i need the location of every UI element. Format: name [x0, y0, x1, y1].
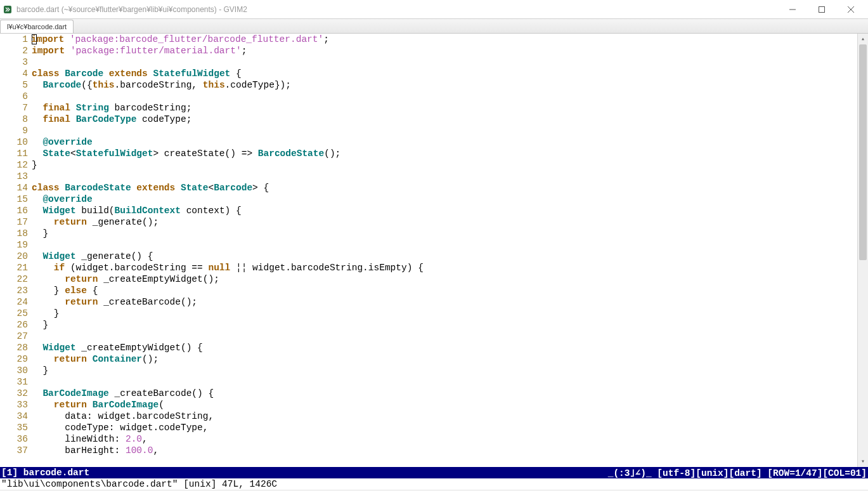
code-line[interactable]: Widget _createEmptyWidget() {: [32, 342, 868, 353]
line-number: 27: [0, 331, 28, 342]
line-number: 15: [0, 194, 28, 205]
scroll-down-icon[interactable]: ▾: [858, 456, 868, 467]
tab-label: l¥u¥c¥barcode.dart: [7, 23, 67, 30]
line-number: 1: [0, 34, 28, 45]
code-line[interactable]: }: [32, 308, 868, 319]
code-line[interactable]: }: [32, 159, 868, 171]
line-number: 16: [0, 205, 28, 216]
window-title: barcode.dart (~¥source¥flutter¥bargen¥li…: [16, 5, 778, 14]
app-icon: [3, 4, 13, 15]
line-number: 35: [0, 422, 28, 433]
code-line[interactable]: return Container();: [32, 353, 868, 365]
line-number: 26: [0, 319, 28, 331]
line-number: 18: [0, 228, 28, 239]
code-line[interactable]: import 'package:flutter/material.dart';: [32, 45, 868, 56]
code-line[interactable]: [32, 56, 868, 68]
line-number: 22: [0, 273, 28, 285]
titlebar: barcode.dart (~¥source¥flutter¥bargen¥li…: [0, 0, 868, 19]
code-line[interactable]: [32, 376, 868, 388]
line-number: 33: [0, 399, 28, 411]
line-number: 4: [0, 68, 28, 79]
code-line[interactable]: class BarcodeState extends State<Barcode…: [32, 182, 868, 194]
bottom-border: [0, 490, 868, 493]
code-line[interactable]: import 'package:barcode_flutter/barcode_…: [32, 34, 868, 45]
line-number: 3: [0, 56, 28, 68]
line-number: 2: [0, 45, 28, 56]
line-number: 8: [0, 114, 28, 125]
line-number: 31: [0, 376, 28, 388]
line-number: 34: [0, 411, 28, 422]
code-line[interactable]: } else {: [32, 285, 868, 296]
window-controls: [778, 0, 865, 19]
line-number: 25: [0, 308, 28, 319]
code-line[interactable]: @override: [32, 194, 868, 205]
code-line[interactable]: return BarCodeImage(: [32, 399, 868, 411]
code-line[interactable]: class Barcode extends StatefulWidget {: [32, 68, 868, 79]
line-number: 21: [0, 262, 28, 273]
vertical-scrollbar[interactable]: ▴ ▾: [857, 34, 868, 467]
line-number: 17: [0, 216, 28, 228]
editor[interactable]: 1234567891011121314151617181920212223242…: [0, 34, 868, 467]
line-number: 36: [0, 433, 28, 445]
code-line[interactable]: return _createEmptyWidget();: [32, 273, 868, 285]
line-number: 37: [0, 445, 28, 456]
line-number: 5: [0, 79, 28, 91]
line-number: 32: [0, 388, 28, 399]
line-number: 29: [0, 353, 28, 365]
line-number: 10: [0, 136, 28, 148]
code-line[interactable]: Widget _generate() {: [32, 251, 868, 262]
code-line[interactable]: }: [32, 319, 868, 331]
status-right: _(:3｣∠)_ [utf-8][unix][dart] [ROW=1/47][…: [608, 468, 867, 478]
line-number: 11: [0, 148, 28, 159]
code-line[interactable]: [32, 239, 868, 251]
command-text: "lib\ui\components\barcode.dart" [unix] …: [1, 479, 277, 489]
code-line[interactable]: codeType: widget.codeType,: [32, 422, 868, 433]
code-line[interactable]: final String barcodeString;: [32, 102, 868, 114]
code-line[interactable]: }: [32, 365, 868, 376]
line-number: 23: [0, 285, 28, 296]
code-line[interactable]: return _createBarcode();: [32, 296, 868, 308]
code-content[interactable]: import 'package:barcode_flutter/barcode_…: [32, 34, 868, 467]
code-line[interactable]: Widget build(BuildContext context) {: [32, 205, 868, 216]
svg-rect-2: [819, 6, 825, 12]
line-number: 13: [0, 171, 28, 182]
line-number: 19: [0, 239, 28, 251]
code-line[interactable]: if (widget.barcodeString == null ¦¦ widg…: [32, 262, 868, 273]
line-number: 24: [0, 296, 28, 308]
code-line[interactable]: [32, 91, 868, 102]
code-line[interactable]: return _generate();: [32, 216, 868, 228]
code-line[interactable]: [32, 171, 868, 182]
scrollbar-thumb[interactable]: [859, 44, 867, 260]
tab-file[interactable]: l¥u¥c¥barcode.dart: [0, 20, 74, 33]
code-line[interactable]: final BarCodeType codeType;: [32, 114, 868, 125]
scroll-up-icon[interactable]: ▴: [858, 34, 868, 44]
code-line[interactable]: [32, 125, 868, 136]
line-number: 14: [0, 182, 28, 194]
code-line[interactable]: barHeight: 100.0,: [32, 445, 868, 456]
status-left: [1] barcode.dart: [1, 468, 608, 478]
minimize-button[interactable]: [778, 0, 807, 19]
line-number: 12: [0, 159, 28, 171]
line-number: 6: [0, 91, 28, 102]
maximize-button[interactable]: [807, 0, 836, 19]
code-line[interactable]: }: [32, 228, 868, 239]
code-line[interactable]: data: widget.barcodeString,: [32, 411, 868, 422]
code-line[interactable]: BarCodeImage _createBarcode() {: [32, 388, 868, 399]
line-number: 9: [0, 125, 28, 136]
code-line[interactable]: Barcode({this.barcodeString, this.codeTy…: [32, 79, 868, 91]
line-number: 30: [0, 365, 28, 376]
line-number: 28: [0, 342, 28, 353]
line-number-gutter: 1234567891011121314151617181920212223242…: [0, 34, 32, 467]
code-line[interactable]: [32, 331, 868, 342]
code-line[interactable]: lineWidth: 2.0,: [32, 433, 868, 445]
command-line[interactable]: "lib\ui\components\barcode.dart" [unix] …: [0, 478, 868, 490]
tab-bar: l¥u¥c¥barcode.dart: [0, 19, 868, 34]
line-number: 7: [0, 102, 28, 114]
close-button[interactable]: [836, 0, 865, 19]
code-line[interactable]: State<StatefulWidget> createState() => B…: [32, 148, 868, 159]
code-line[interactable]: @override: [32, 136, 868, 148]
status-line: [1] barcode.dart _(:3｣∠)_ [utf-8][unix][…: [0, 467, 868, 478]
line-number: 20: [0, 251, 28, 262]
